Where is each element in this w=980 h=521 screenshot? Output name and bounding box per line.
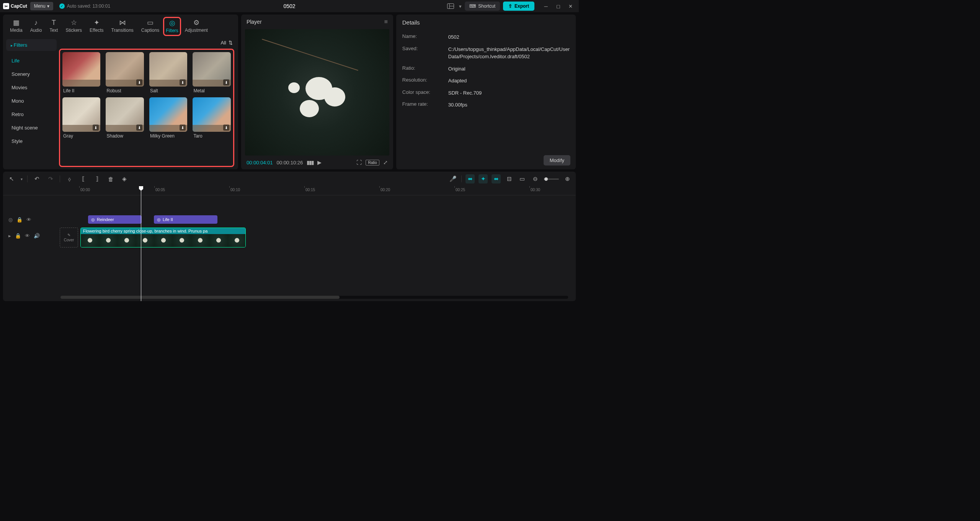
minimize-button[interactable]: ─ [541, 2, 551, 11]
autosave-status: ✓ Auto saved: 13:00:01 [59, 3, 110, 9]
ratio-button[interactable]: Ratio [366, 160, 379, 165]
timeline[interactable]: 00:0000:0500:1000:1500:2000:2500:30 ◎ 🔒 … [3, 186, 576, 301]
player-controls: 00:00:04:01 00:00:10:26 ▮▮▮ ▶ ⛶ Ratio ⤢ [241, 156, 393, 169]
delete-tool[interactable]: 🗑 [106, 174, 115, 183]
tab-captions[interactable]: ▭Captions [137, 17, 163, 36]
redo-button[interactable]: ↷ [46, 174, 55, 183]
download-icon[interactable]: ⬇ [180, 125, 186, 131]
modify-button[interactable]: Modify [544, 155, 570, 165]
sidebar-item-mono[interactable]: Mono [6, 94, 57, 108]
compare-icon[interactable]: ▮▮▮ [307, 159, 314, 165]
align-tool[interactable]: ⊟ [505, 174, 514, 183]
export-icon: ⇧ [508, 3, 512, 9]
marker-tool[interactable]: ◈ [120, 174, 129, 183]
maximize-button[interactable]: ◻ [553, 2, 564, 11]
tab-effects[interactable]: ✦Effects [86, 17, 107, 36]
eye-icon[interactable]: 👁 [26, 217, 31, 223]
cover-button[interactable]: ✎ Cover [60, 228, 78, 247]
detail-row: Frame rate:30.00fps [402, 99, 570, 111]
filter-clip-reindeer[interactable]: ◎Reindeer [88, 215, 142, 224]
sidebar-item-scenery[interactable]: Scenery [6, 67, 57, 81]
filter-life-ii[interactable]: Life II [62, 52, 100, 93]
pointer-tool[interactable]: ↖ [7, 174, 16, 183]
trim-left-tool[interactable]: ⟦ [78, 174, 88, 183]
tab-media[interactable]: ▦Media [6, 17, 26, 36]
mic-button[interactable]: 🎤 [448, 174, 457, 183]
video-track[interactable]: ▸ 🔒 👁 🔊 ✎ Cover Flowering bird cherry sp… [3, 226, 576, 249]
keyboard-icon: ⌨ [469, 3, 476, 9]
playhead[interactable] [141, 186, 141, 301]
timeline-ruler[interactable]: 00:0000:0500:1000:1500:2000:2500:30 [3, 186, 576, 195]
download-icon[interactable]: ⬇ [180, 79, 186, 85]
audio-icon: ♪ [34, 18, 38, 27]
chevron-down-icon[interactable]: ▾ [21, 177, 23, 181]
filter-gray[interactable]: ⬇Gray [62, 97, 100, 139]
filter-taro[interactable]: ⬇Taro [193, 97, 230, 139]
download-icon[interactable]: ⬇ [93, 125, 99, 131]
menu-button[interactable]: Menu ▾ [30, 2, 53, 10]
lock-icon[interactable]: 🔒 [15, 233, 21, 239]
lock-icon[interactable]: 🔒 [16, 217, 23, 223]
export-button[interactable]: ⇧ Export [503, 2, 534, 11]
scan-icon[interactable]: ⛶ [356, 159, 362, 165]
timeline-toolbar: ↖ ▾ ↶ ↷ ⎀ ⟦ ⟧ 🗑 ◈ 🎤 ⬌ ✦ ⬌ ⊟ ▭ ⊖ ⊕ [3, 172, 576, 186]
timeline-scrollbar[interactable] [60, 296, 568, 299]
video-track-icon[interactable]: ▸ [8, 233, 11, 239]
filter-track[interactable]: ◎ 🔒 👁 ◎Reindeer◎Life II [3, 215, 576, 224]
captions-icon: ▭ [147, 18, 154, 27]
shortcut-button[interactable]: ⌨ Shortcut [465, 2, 500, 11]
close-button[interactable]: ✕ [565, 2, 576, 11]
undo-button[interactable]: ↶ [32, 174, 41, 183]
adjustment-icon: ⚙ [193, 18, 199, 27]
player-viewport[interactable] [245, 29, 389, 156]
sidebar-item-night-scene[interactable]: Night scene [6, 121, 57, 134]
zoom-in-button[interactable]: ⊕ [563, 174, 572, 183]
filter-robust[interactable]: ⬇Robust [106, 52, 144, 93]
titlebar: ✂ CapCut Menu ▾ ✓ Auto saved: 13:00:01 0… [0, 0, 579, 12]
magnet-tool-1[interactable]: ⬌ [466, 174, 475, 183]
video-clip-title: Flowering bird cherry spring close-up, b… [81, 228, 245, 234]
play-button[interactable]: ▶ [317, 159, 322, 165]
split-tool[interactable]: ⎀ [65, 174, 74, 183]
mute-icon[interactable]: 🔊 [34, 233, 40, 239]
filter-track-icon[interactable]: ◎ [8, 217, 13, 223]
zoom-out-button[interactable]: ⊖ [531, 174, 540, 183]
download-icon[interactable]: ⬇ [136, 125, 142, 131]
ruler-tick: 00:00 [80, 188, 90, 192]
sidebar-item-life[interactable]: Life [6, 54, 57, 67]
tab-stickers[interactable]: ☆Stickers [62, 17, 86, 36]
player-menu-icon[interactable]: ≡ [384, 18, 387, 25]
sidebar-item-style[interactable]: Style [6, 134, 57, 148]
download-icon[interactable]: ⬇ [136, 79, 142, 85]
magnet-tool-2[interactable]: ✦ [479, 174, 488, 183]
detail-row: Ratio:Original [402, 63, 570, 75]
download-icon[interactable]: ⬇ [223, 79, 229, 85]
filter-milky-green[interactable]: ⬇Milky Green [149, 97, 187, 139]
fullscreen-icon[interactable]: ⤢ [383, 159, 388, 165]
magnet-tool-3[interactable]: ⬌ [492, 174, 501, 183]
tab-text[interactable]: TText [46, 17, 62, 36]
layout-button[interactable] [445, 2, 456, 11]
tab-filters[interactable]: ◎Filters [163, 17, 181, 36]
filter-clip-life-ii[interactable]: ◎Life II [154, 215, 217, 224]
eye-icon[interactable]: 👁 [25, 233, 30, 239]
app-logo: ✂ CapCut [3, 3, 27, 9]
zoom-slider[interactable] [544, 179, 559, 180]
filter-metal[interactable]: ⬇Metal [193, 52, 230, 93]
tab-transitions[interactable]: ⋈Transitions [108, 17, 137, 36]
filter-salt[interactable]: ⬇Salt [149, 52, 187, 93]
sidebar-item-movies[interactable]: Movies [6, 81, 57, 94]
filter-sort-button[interactable]: All ⇅ [220, 40, 232, 46]
trim-right-tool[interactable]: ⟧ [92, 174, 101, 183]
download-icon[interactable]: ⬇ [223, 125, 229, 131]
chevron-down-icon[interactable]: ▾ [459, 3, 462, 9]
sidebar-header[interactable]: ▸ Filters [6, 39, 57, 51]
tab-adjustment[interactable]: ⚙Adjustment [181, 17, 212, 36]
video-clip[interactable]: Flowering bird cherry spring close-up, b… [80, 228, 246, 247]
preview-tool[interactable]: ▭ [518, 174, 527, 183]
sidebar-item-retro[interactable]: Retro [6, 108, 57, 121]
stickers-icon: ☆ [71, 18, 77, 27]
edit-icon: ✎ [67, 233, 70, 237]
filter-shadow[interactable]: ⬇Shadow [106, 97, 144, 139]
tab-audio[interactable]: ♪Audio [26, 17, 46, 36]
